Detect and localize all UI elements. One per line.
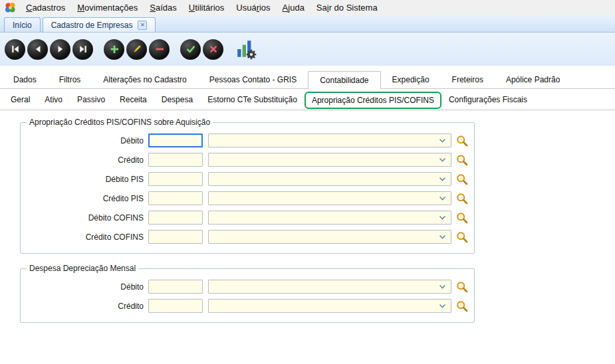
chart-settings-icon bbox=[235, 39, 257, 60]
tab-geral[interactable]: Geral bbox=[3, 95, 37, 104]
field-label: Débito bbox=[21, 282, 148, 292]
tab-freteiros[interactable]: Freteiros bbox=[441, 72, 495, 88]
depreciacao-credito-search-icon[interactable] bbox=[456, 300, 468, 312]
menu-label-part: C bbox=[26, 3, 32, 13]
report-chart-button[interactable] bbox=[234, 37, 258, 61]
field-label: Crédito bbox=[21, 302, 148, 311]
document-tabstrip: Início Cadastro de Empresas ✕ bbox=[0, 15, 615, 33]
prev-record-button[interactable] bbox=[27, 39, 48, 60]
depreciacao-debito-search-icon[interactable] bbox=[456, 281, 468, 293]
tab-inicio[interactable]: Início bbox=[4, 17, 41, 32]
last-record-button[interactable] bbox=[72, 39, 93, 60]
credito-combo[interactable] bbox=[208, 153, 451, 167]
credito-cofins-combo[interactable] bbox=[208, 230, 451, 244]
credito-pis-combo[interactable] bbox=[208, 191, 451, 205]
close-tab-icon[interactable]: ✕ bbox=[138, 21, 147, 30]
tab-ativo[interactable]: Ativo bbox=[37, 95, 70, 104]
debito-pis-combo[interactable] bbox=[208, 172, 451, 186]
menu-label-part: adastros bbox=[32, 3, 65, 13]
menu-label-part: Sa bbox=[316, 3, 327, 13]
menu-ajuda[interactable]: Ajuda bbox=[277, 3, 310, 13]
tab-label: Cadastro de Empresas bbox=[51, 21, 133, 30]
next-record-icon bbox=[55, 44, 66, 54]
groupbox-apropriacao-aquisicao: Apropriação Créditos PIS/COFINS sobre Aq… bbox=[20, 122, 475, 254]
prev-record-icon bbox=[33, 44, 43, 54]
field-label: Débito COFINS bbox=[21, 213, 148, 223]
tab-filtros[interactable]: Filtros bbox=[48, 72, 92, 88]
chevron-down-icon bbox=[439, 284, 446, 289]
credito-pis-code-input[interactable] bbox=[148, 191, 203, 205]
credito-cofins-search-icon[interactable] bbox=[456, 231, 468, 243]
menu-label-part: ios bbox=[259, 3, 271, 13]
tab-expedicao[interactable]: Expedição bbox=[381, 72, 441, 88]
menu-label-part: A bbox=[283, 3, 289, 13]
tab-alteracoes-no-cadastro[interactable]: Alterações no Cadastro bbox=[92, 72, 197, 88]
delete-record-icon bbox=[154, 44, 165, 54]
debito-code-input[interactable] bbox=[148, 134, 203, 147]
tab-label: Início bbox=[13, 21, 32, 30]
menu-movimentacoes[interactable]: Movimentações bbox=[71, 3, 144, 13]
cancel-icon bbox=[208, 44, 219, 54]
credito-pis-search-icon[interactable] bbox=[456, 193, 468, 205]
menu-cadastros[interactable]: Cadastros bbox=[20, 3, 71, 13]
menu-label-part: ovimentações bbox=[84, 3, 138, 13]
form-row: Crédito PIS bbox=[21, 191, 474, 205]
tab-configuracoes-fiscais[interactable]: Configurações Fiscais bbox=[441, 95, 535, 104]
field-label: Débito PIS bbox=[21, 175, 148, 184]
credito-code-input[interactable] bbox=[148, 153, 203, 167]
form-row: Crédito bbox=[21, 299, 474, 313]
debito-cofins-combo[interactable] bbox=[208, 211, 451, 225]
tab-passivo[interactable]: Passivo bbox=[70, 95, 112, 104]
depreciacao-credito-code-input[interactable] bbox=[148, 299, 203, 313]
menu-sair-do-sistema[interactable]: Sair do Sistema bbox=[310, 3, 384, 13]
add-record-button[interactable] bbox=[104, 39, 124, 60]
field-label: Crédito PIS bbox=[21, 194, 148, 203]
next-record-button[interactable] bbox=[50, 39, 70, 60]
credito-search-icon[interactable] bbox=[456, 154, 468, 166]
menu-label-part: tilitários bbox=[195, 3, 224, 13]
tab-pessoas-contato-gris[interactable]: Pessoas Contato - GRIS bbox=[198, 72, 308, 88]
tab-cadastro-de-empresas[interactable]: Cadastro de Empresas ✕ bbox=[43, 17, 156, 32]
tab-page-content: Apropriação Créditos PIS/COFINS sobre Aq… bbox=[0, 110, 615, 364]
tab-contabilidade[interactable]: Contabilidade bbox=[308, 71, 380, 89]
form-row: Débito COFINS bbox=[21, 211, 474, 225]
groupbox-title: Despesa Depreciação Mensal bbox=[27, 264, 138, 273]
edit-record-button[interactable] bbox=[126, 39, 147, 60]
menubar: Cadastros Movimentações Saídas Utilitári… bbox=[0, 0, 615, 15]
menu-label-part: U bbox=[189, 3, 195, 13]
chevron-down-icon bbox=[439, 234, 446, 239]
debito-pis-code-input[interactable] bbox=[148, 172, 203, 186]
menu-usuarios[interactable]: Usuários bbox=[230, 3, 276, 13]
menu-label-part: Usuá bbox=[236, 3, 256, 13]
delete-record-button[interactable] bbox=[149, 39, 170, 60]
confirm-button[interactable] bbox=[180, 39, 201, 60]
tab-dados[interactable]: Dados bbox=[2, 72, 48, 88]
depreciacao-credito-combo[interactable] bbox=[208, 299, 451, 313]
debito-cofins-code-input[interactable] bbox=[148, 211, 203, 225]
tab-receita[interactable]: Receita bbox=[112, 95, 154, 104]
tab-apropriacao-creditos-pis-cofins[interactable]: Apropriação Créditos PIS/COFINS bbox=[305, 92, 441, 109]
tab-estorno-cte-substituicao[interactable]: Estorno CTe Substituição bbox=[200, 95, 305, 104]
debito-pis-search-icon[interactable] bbox=[456, 173, 468, 185]
first-record-button[interactable] bbox=[5, 39, 25, 60]
cancel-button[interactable] bbox=[203, 39, 223, 60]
chevron-down-icon bbox=[439, 157, 446, 162]
tab-apolice-padrao[interactable]: Apólice Padrão bbox=[495, 72, 571, 88]
debito-combo[interactable] bbox=[208, 134, 451, 147]
sub-tabstrip: Geral Ativo Passivo Receita Despesa Esto… bbox=[0, 89, 615, 110]
field-label: Crédito bbox=[21, 155, 148, 165]
form-row: Débito bbox=[21, 280, 474, 294]
menu-utilitarios[interactable]: Utilitários bbox=[183, 3, 230, 13]
menu-saidas[interactable]: Saídas bbox=[144, 3, 182, 13]
chevron-down-icon bbox=[439, 138, 446, 143]
field-label: Débito bbox=[21, 136, 148, 145]
debito-search-icon[interactable] bbox=[456, 135, 468, 147]
main-tabstrip: Dados Filtros Alterações no Cadastro Pes… bbox=[0, 71, 615, 89]
first-record-icon bbox=[10, 44, 21, 54]
debito-cofins-search-icon[interactable] bbox=[456, 212, 468, 224]
credito-cofins-code-input[interactable] bbox=[148, 230, 203, 244]
depreciacao-debito-combo[interactable] bbox=[208, 280, 451, 294]
toolbar bbox=[0, 33, 615, 66]
depreciacao-debito-code-input[interactable] bbox=[148, 280, 203, 294]
tab-despesa[interactable]: Despesa bbox=[154, 95, 200, 104]
